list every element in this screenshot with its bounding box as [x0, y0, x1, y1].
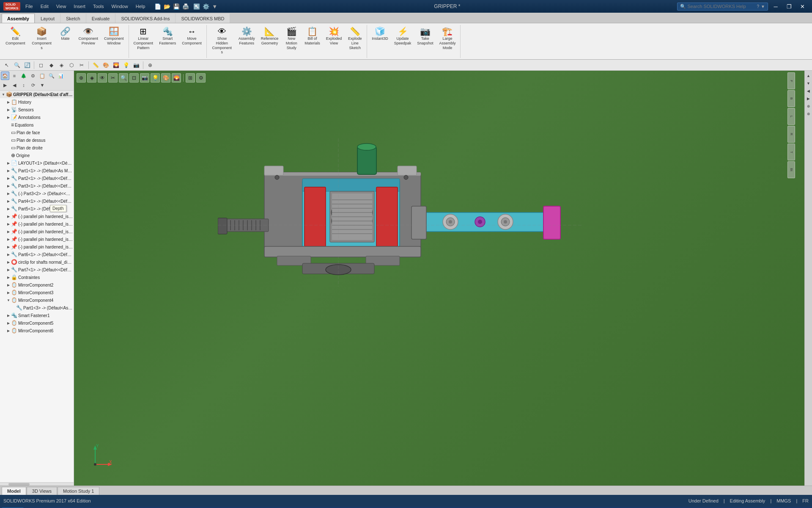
- vp-btn-quick[interactable]: 🔍: [119, 73, 128, 83]
- vp-btn-hide[interactable]: 👁: [98, 73, 107, 83]
- menu-window[interactable]: Window: [109, 4, 131, 9]
- component-preview-button[interactable]: 👁️ ComponentPreview: [77, 25, 101, 47]
- tb2-btn-wireframe[interactable]: ◻: [37, 61, 45, 69]
- vp-btn-section[interactable]: ✂: [108, 73, 118, 83]
- open-file-icon[interactable]: 📂: [164, 3, 170, 10]
- vp-btn-display[interactable]: ◈: [87, 73, 96, 83]
- tb2-btn-zoom[interactable]: 🔍: [13, 61, 21, 69]
- right-btn-2[interactable]: ▼: [805, 80, 812, 87]
- menu-view[interactable]: View: [54, 4, 69, 9]
- menu-insert[interactable]: Insert: [71, 4, 88, 9]
- vp-btn-appearance[interactable]: 🎨: [161, 73, 170, 83]
- search-area[interactable]: 🔍 ? ▼: [677, 3, 768, 11]
- tree-expander-part2[interactable]: ▶: [6, 175, 11, 181]
- tree-expander-history[interactable]: ▶: [6, 99, 11, 105]
- tree-expander-mirror6[interactable]: ▶: [6, 328, 11, 334]
- tree-item-sensors[interactable]: ▶ 📡 Sensors: [0, 106, 74, 113]
- tree-expander-pin2[interactable]: ▶: [6, 221, 11, 227]
- tree-expander-contraintes[interactable]: ▶: [6, 274, 11, 280]
- tree-btn-search[interactable]: 🔍: [47, 72, 56, 80]
- tree-expander-part3[interactable]: ▶: [6, 183, 11, 189]
- tree-btn-display[interactable]: 📊: [57, 72, 65, 80]
- tree-expander-pin3[interactable]: ▶: [6, 229, 11, 235]
- tree-item-smartfastener1[interactable]: ▶ 🔩 Smart Fastener1: [0, 312, 74, 319]
- assembly-features-button[interactable]: ⚙️ AssemblyFeatures: [236, 25, 257, 47]
- tree-expander-mirror3[interactable]: ▶: [6, 290, 11, 295]
- tree-root-item[interactable]: ▼ 📦 GRIPPER (Défaut<Etat d'affichage-1>): [0, 91, 74, 98]
- update-speedpak-button[interactable]: ⚡ UpdateSpeedpak: [392, 25, 414, 47]
- right-btn-6[interactable]: ⊗: [805, 110, 812, 117]
- options-icon[interactable]: ▼: [212, 3, 217, 10]
- tree-btn-tree[interactable]: 🌲: [19, 72, 28, 80]
- vp-btn-grid[interactable]: ⊞: [186, 73, 195, 83]
- tree-expander-circlip[interactable]: ▶: [6, 259, 11, 265]
- tb2-btn-more[interactable]: ⊕: [146, 61, 154, 69]
- tree-item-mirror2[interactable]: ▶ 🪞 MirrorComponent2: [0, 281, 74, 289]
- vp-btn-cam[interactable]: 📷: [140, 73, 149, 83]
- print-icon[interactable]: 🖨️: [182, 3, 189, 10]
- tree-item-plan-droite[interactable]: ▶ ▭ Plan de droite: [0, 144, 74, 152]
- tree-item-pin3[interactable]: ▶ 📌 (-) parallel pin hardened_iso<3> (IS: [0, 228, 74, 235]
- tb2-btn-rotate[interactable]: 🔄: [23, 61, 31, 69]
- tree-btn-home[interactable]: 🏠: [1, 72, 9, 80]
- tree-item-pin4[interactable]: ▶ 📌 (-) parallel pin hardened_iso<4> (IS: [0, 235, 74, 243]
- tb2-btn-scene[interactable]: 🌄: [112, 61, 120, 69]
- tree-expander-layout1[interactable]: ▶: [6, 160, 11, 166]
- tree-item-part1[interactable]: ▶ 🔧 Part1<1> -> (Défaut<As Machined:: [0, 167, 74, 174]
- right-btn-4[interactable]: ▶: [805, 95, 812, 102]
- instant3d-button[interactable]: 🧊 Instant3D: [370, 25, 390, 42]
- menu-edit[interactable]: Edit: [38, 4, 51, 9]
- component-window-button[interactable]: 🪟 ComponentWindow: [102, 25, 126, 47]
- right-btn-3[interactable]: ◀: [805, 88, 812, 94]
- vp-btn-options[interactable]: ⚙: [196, 73, 206, 83]
- tree-expander-part1[interactable]: ▶: [6, 168, 11, 174]
- tree-item-annotations[interactable]: ▶ 📝 Annotations: [0, 113, 74, 121]
- tree-expander-part4[interactable]: ▶: [6, 198, 11, 204]
- save-icon[interactable]: 💾: [173, 3, 180, 10]
- tree-item-part6[interactable]: ▶ 🔧 Part6<1> -> (Défaut<<Défaut>_Eta: [0, 251, 74, 258]
- tree-expander-sensors[interactable]: ▶: [6, 107, 11, 113]
- tb2-btn-cursor[interactable]: ↖: [3, 61, 11, 69]
- tree-btn-list[interactable]: ≡: [10, 72, 19, 80]
- tree-expander-annotations[interactable]: ▶: [6, 114, 11, 120]
- rv-btn-left[interactable]: L: [787, 108, 795, 125]
- tree-expander-mirror5[interactable]: ▶: [6, 320, 11, 326]
- vp-btn-scene[interactable]: 🌄: [172, 73, 181, 83]
- tree-btn-config[interactable]: 📋: [38, 72, 47, 80]
- bill-of-materials-button[interactable]: 📋 Bill ofMaterials: [302, 25, 322, 47]
- tab-layout[interactable]: Layout: [35, 14, 60, 23]
- tree-item-part7[interactable]: ▶ 🔧 Part7<1> -> (Défaut<<Défaut>_Eta: [0, 266, 74, 273]
- tree-expander-part6[interactable]: ▶: [6, 251, 11, 257]
- menu-help[interactable]: Help: [133, 4, 148, 9]
- tree-item-origine[interactable]: ▶ ⊕ Origine: [0, 152, 74, 159]
- tree-item-part5[interactable]: ▶ 🔧 Part5<1> -> (Défau Depth: [0, 205, 74, 213]
- tree-btn-refresh[interactable]: ⟳: [29, 81, 37, 89]
- new-file-icon[interactable]: 📄: [154, 3, 161, 10]
- right-btn-1[interactable]: ▲: [805, 72, 812, 79]
- tb2-btn-section[interactable]: ⬡: [67, 61, 76, 69]
- tb2-btn-measure[interactable]: 📏: [91, 61, 100, 69]
- vp-btn-zoom-fit[interactable]: ⊡: [129, 73, 139, 83]
- tab-motion-study[interactable]: Motion Study 1: [58, 487, 99, 495]
- tree-btn-properties[interactable]: ⚙: [29, 72, 37, 80]
- tb2-btn-lights[interactable]: 💡: [122, 61, 130, 69]
- viewport[interactable]: ⊕ ◈ 👁 ✂ 🔍 ⊡ 📷 💡 🎨 🌄 ⊞ ⚙ F B L R T Bt: [74, 71, 804, 486]
- smart-fasteners-button[interactable]: 🔩 SmartFasteners: [157, 25, 178, 47]
- tree-item-pin1[interactable]: ▶ 📌 (-) parallel pin hardened_iso<1> (IS: [0, 213, 74, 220]
- insert-components-button[interactable]: 📦 InsertComponents: [29, 25, 55, 51]
- tree-expander-mirror2[interactable]: ▶: [6, 282, 11, 288]
- tab-solidworks-mbd[interactable]: SOLIDWORKS MBD: [176, 14, 230, 23]
- tab-3dviews[interactable]: 3D Views: [27, 487, 57, 495]
- tree-expander-part7[interactable]: ▶: [6, 267, 11, 273]
- tree-scrollbar-thumb[interactable]: [8, 483, 30, 486]
- tree-btn-collapse[interactable]: ↕: [19, 81, 28, 89]
- new-motion-study-button[interactable]: 🎬 NewMotionStudy: [282, 25, 301, 51]
- tab-sketch[interactable]: Sketch: [60, 14, 86, 23]
- tree-item-pin5[interactable]: ▶ 📌 (-) parallel pin hardened_iso<5> (IS: [0, 243, 74, 251]
- tree-item-equations[interactable]: ▶ ≡ Equations: [0, 121, 74, 129]
- tab-evaluate[interactable]: Evaluate: [86, 14, 115, 23]
- tree-item-history[interactable]: ▶ 📋 History: [0, 98, 74, 106]
- tb2-btn-clip[interactable]: ✂: [77, 61, 86, 69]
- explode-line-sketch-button[interactable]: 📏 ExplodeLineSketch: [346, 25, 364, 51]
- large-assembly-mode-button[interactable]: 🏗️ LargeAssemblyMode: [437, 25, 458, 51]
